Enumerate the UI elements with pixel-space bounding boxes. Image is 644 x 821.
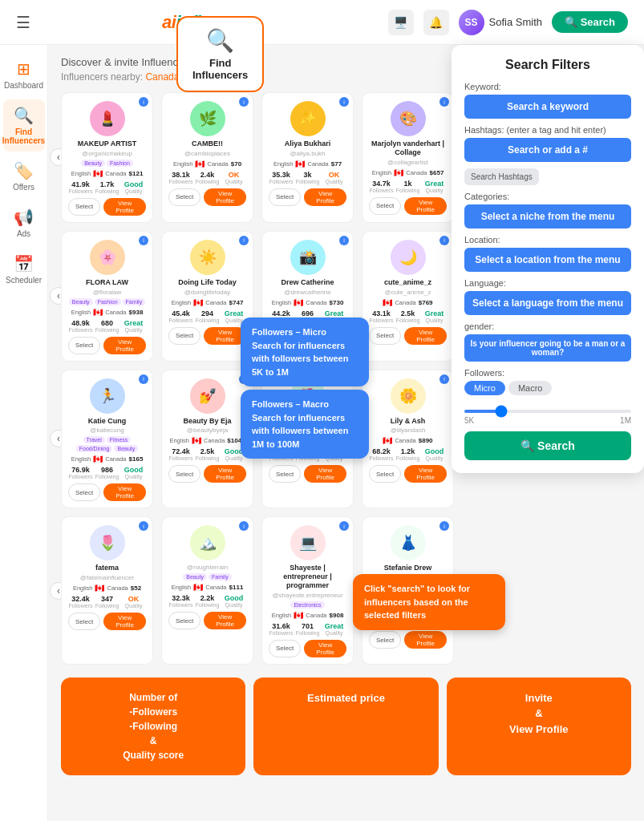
info-icon[interactable]: i bbox=[339, 521, 349, 531]
view-profile-button[interactable]: View Profile bbox=[304, 465, 346, 483]
view-profile-button[interactable]: View Profile bbox=[404, 197, 447, 215]
select-button[interactable]: Select bbox=[369, 465, 401, 483]
sidebar-item-ads[interactable]: 📢 Ads bbox=[3, 201, 45, 245]
info-icon[interactable]: i bbox=[239, 521, 249, 531]
location-link[interactable]: Canada bbox=[145, 71, 179, 83]
quality-label: Quality bbox=[322, 179, 346, 184]
select-button[interactable]: Select bbox=[68, 613, 100, 630]
info-icon[interactable]: i bbox=[139, 521, 148, 531]
influencer-stats: 76.9k Followers 986 Following Good Quali… bbox=[68, 466, 146, 479]
view-profile-button[interactable]: View Profile bbox=[304, 188, 346, 206]
info-icon[interactable]: i bbox=[439, 97, 449, 107]
following-label: Following bbox=[95, 603, 119, 609]
search-icon-big: 🔍 bbox=[192, 27, 248, 54]
influencer-name: Beauty By Eja bbox=[168, 417, 246, 426]
nav-monitor-icon[interactable]: 🖥️ bbox=[388, 10, 414, 35]
view-profile-button[interactable]: View Profile bbox=[404, 327, 447, 345]
search-hashtags-button[interactable]: Search Hashtags bbox=[464, 168, 539, 185]
influencer-actions: Select View Profile bbox=[68, 613, 146, 630]
avatar: SS bbox=[459, 10, 484, 35]
view-profile-button[interactable]: View Profile bbox=[103, 483, 146, 501]
view-profile-button[interactable]: View Profile bbox=[103, 613, 146, 630]
keyword-button[interactable]: Search a keyword bbox=[464, 95, 631, 119]
influencer-meta: English🇨🇦Canada$908 bbox=[269, 611, 346, 620]
followers-range-slider[interactable] bbox=[464, 410, 631, 413]
gender-button[interactable]: Is your influencer going to be a man or … bbox=[464, 334, 631, 362]
view-profile-button[interactable]: View Profile bbox=[404, 465, 447, 483]
info-icon[interactable]: i bbox=[339, 236, 349, 245]
select-button[interactable]: Select bbox=[168, 327, 200, 345]
info-icon[interactable]: i bbox=[439, 521, 449, 531]
influencer-name: Shayeste | entrepreneur | programmer bbox=[269, 564, 346, 589]
influencer-actions: Select View Profile bbox=[68, 337, 146, 354]
select-button[interactable]: Select bbox=[369, 631, 401, 649]
select-button[interactable]: Select bbox=[369, 327, 401, 345]
select-button[interactable]: Select bbox=[168, 612, 200, 629]
find-icon: 🔍 bbox=[14, 106, 34, 125]
following-value: 294 bbox=[195, 309, 220, 317]
location-button[interactable]: Select a location from the menu bbox=[464, 248, 631, 272]
influencer-tags: BeautyFashion bbox=[68, 160, 146, 167]
hamburger-icon[interactable]: ☰ bbox=[16, 13, 30, 32]
select-button[interactable]: Select bbox=[269, 188, 301, 206]
find-influencers-label: Find Influencers bbox=[192, 57, 248, 81]
followers-label-stat: Followers bbox=[68, 188, 93, 194]
select-button[interactable]: Select bbox=[68, 198, 100, 216]
sidebar-label-scheduler: Scheduler bbox=[6, 276, 42, 285]
hashtag-button[interactable]: Search or add a # bbox=[464, 138, 631, 162]
info-icon[interactable]: i bbox=[139, 374, 148, 384]
select-button[interactable]: Select bbox=[68, 483, 100, 501]
select-button[interactable]: Select bbox=[168, 465, 200, 483]
view-profile-button[interactable]: View Profile bbox=[204, 465, 246, 483]
info-icon[interactable]: i bbox=[239, 97, 249, 107]
following-label: Following bbox=[195, 602, 220, 608]
influencer-handle: @drewcatherine bbox=[269, 289, 346, 296]
sidebar-item-find-influencers[interactable]: 🔍 Find Influencers bbox=[3, 99, 45, 152]
info-icon[interactable]: i bbox=[439, 374, 449, 384]
select-button[interactable]: Select bbox=[269, 640, 301, 657]
select-button[interactable]: Select bbox=[269, 465, 301, 483]
view-profile-button[interactable]: View Profile bbox=[103, 337, 146, 354]
following-value: 2.5k bbox=[395, 309, 420, 317]
annotation-price: Estimated price bbox=[253, 677, 438, 775]
categories-button[interactable]: Select a niche from the menu bbox=[464, 204, 631, 229]
following-value: 680 bbox=[95, 319, 119, 327]
view-profile-button[interactable]: View Profile bbox=[204, 612, 246, 629]
view-profile-button[interactable]: View Profile bbox=[204, 188, 246, 206]
info-icon[interactable]: i bbox=[139, 97, 148, 107]
quality-value: Good bbox=[221, 594, 246, 602]
followers-value: 31.6k bbox=[269, 622, 294, 630]
select-button[interactable]: Select bbox=[168, 188, 200, 206]
nav-bell-icon[interactable]: 🔔 bbox=[423, 10, 449, 35]
info-icon[interactable]: i bbox=[139, 236, 148, 245]
dashboard-icon: ⊞ bbox=[17, 59, 30, 79]
search-button[interactable]: 🔍 Search bbox=[464, 431, 631, 460]
influencer-name: Drew Catherine bbox=[269, 278, 346, 287]
influencer-stats: 35.3k Followers 3k Following OK Quality bbox=[269, 171, 346, 184]
info-icon[interactable]: i bbox=[439, 236, 449, 245]
quality-label: Quality bbox=[221, 455, 246, 461]
language-button[interactable]: Select a language from the menu bbox=[464, 291, 631, 315]
view-profile-button[interactable]: View Profile bbox=[404, 631, 447, 649]
view-profile-button[interactable]: View Profile bbox=[103, 198, 146, 216]
following-label: Following bbox=[395, 188, 420, 193]
sidebar-item-dashboard[interactable]: ⊞ Dashboard bbox=[3, 53, 45, 96]
info-icon[interactable]: i bbox=[239, 236, 249, 245]
followers-label-stat: Followers bbox=[369, 188, 394, 193]
influencer-stats: 38.1k Followers 2.4k Following OK Qualit… bbox=[168, 171, 246, 184]
select-button[interactable]: Select bbox=[68, 337, 100, 354]
avatar-wrap[interactable]: SS Sofia Smith bbox=[459, 10, 542, 35]
quality-value: Good bbox=[121, 180, 146, 188]
micro-tab[interactable]: Micro bbox=[464, 381, 505, 395]
sidebar-item-offers[interactable]: 🏷️ Offers bbox=[3, 155, 45, 198]
quality-label: Quality bbox=[221, 602, 246, 608]
followers-value: 76.9k bbox=[68, 466, 93, 474]
influencer-meta: 🇨🇦Canada$769 bbox=[369, 298, 447, 307]
search-top-button[interactable]: 🔍 Search bbox=[552, 11, 628, 33]
select-button[interactable]: Select bbox=[369, 197, 401, 215]
influencer-meta: English🇨🇦Canada$70 bbox=[168, 160, 246, 168]
sidebar-item-scheduler[interactable]: 📅 Scheduler bbox=[3, 248, 45, 291]
view-profile-button[interactable]: View Profile bbox=[304, 640, 346, 657]
macro-tab[interactable]: Macro bbox=[508, 381, 553, 395]
info-icon[interactable]: i bbox=[339, 97, 349, 107]
